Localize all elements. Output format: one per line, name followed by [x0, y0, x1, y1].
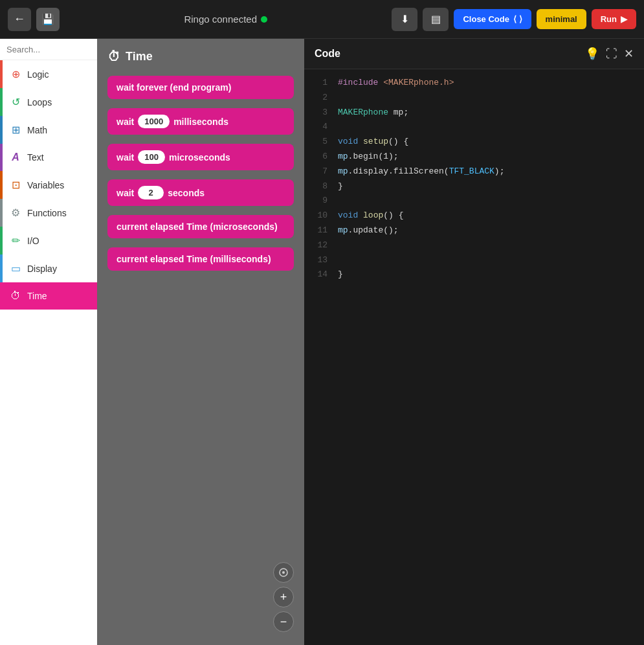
math-icon: ⊞: [9, 124, 22, 136]
variables-icon: ⊡: [9, 179, 22, 191]
code-line: 11 mp.update();: [304, 223, 644, 238]
topbar-center: Ringo connected: [66, 14, 385, 25]
close-code-button[interactable]: Close Code ⟨ ⟩: [454, 9, 531, 29]
sidebar-item-math[interactable]: ⊞ Math: [0, 116, 97, 144]
sidebar-item-time-label: Time: [27, 291, 47, 301]
back-button[interactable]: ←: [8, 8, 31, 31]
time-icon: ⏱: [9, 290, 22, 302]
code-line: 10void loop() {: [304, 209, 644, 223]
download-button[interactable]: ⬇: [392, 8, 417, 31]
line-number: 6: [315, 150, 328, 164]
line-number: 11: [315, 224, 328, 238]
sidebar: 🔍 ⊕ Logic ↺ Loops ⊞ Math A Text ⊡ Variab…: [0, 39, 97, 645]
sidebar-item-variables[interactable]: ⊡ Variables: [0, 171, 97, 199]
minimal-button[interactable]: minimal: [537, 9, 586, 29]
block-wait-s-suffix: seconds: [168, 188, 205, 198]
run-button[interactable]: Run ▶: [592, 9, 636, 29]
zoom-in-icon: +: [280, 591, 287, 604]
run-icon: ▶: [621, 14, 627, 24]
sidebar-item-time[interactable]: ⏱ Time: [0, 282, 97, 310]
block-wait-us[interactable]: wait 100 microseconds: [107, 144, 294, 170]
line-content: }: [338, 180, 343, 194]
zoom-controls: + −: [273, 562, 294, 632]
topbar-left: ← 💾: [8, 8, 60, 31]
panel-title-icon: ⏱: [107, 49, 120, 64]
zoom-out-icon: −: [280, 615, 287, 629]
code-line: 13: [304, 253, 644, 268]
zoom-in-button[interactable]: +: [273, 587, 294, 607]
zoom-out-button[interactable]: −: [273, 611, 294, 632]
bulb-button[interactable]: 💡: [585, 47, 599, 61]
io-icon: ✏: [9, 234, 22, 247]
close-code-icon: ⟨ ⟩: [513, 14, 522, 24]
code-header-actions: 💡 ⛶ ✕: [585, 47, 634, 61]
functions-icon: ⚙: [9, 207, 22, 219]
code-line: 1#include <MAKERphone.h>: [304, 76, 644, 91]
sidebar-item-functions[interactable]: ⚙ Functions: [0, 199, 97, 227]
line-number: 5: [315, 135, 328, 149]
block-wait-us-input[interactable]: 100: [138, 150, 165, 164]
code-line: 14}: [304, 267, 644, 282]
line-content: void setup() {: [338, 135, 408, 149]
text-icon: A: [9, 152, 22, 163]
main-area: 🔍 ⊕ Logic ↺ Loops ⊞ Math A Text ⊡ Variab…: [0, 39, 644, 645]
line-content: void loop() {: [338, 209, 403, 223]
block-wait-us-suffix: microseconds: [169, 152, 230, 163]
block-wait-forever[interactable]: wait forever (end program): [107, 76, 294, 99]
fullscreen-button[interactable]: ⛶: [606, 47, 617, 61]
sidebar-item-loops[interactable]: ↺ Loops: [0, 88, 97, 116]
block-elapsed-ms[interactable]: current elapsed Time (milliseconds): [107, 247, 294, 271]
block-elapsed-us[interactable]: current elapsed Time (microseconds): [107, 215, 294, 238]
logic-icon: ⊕: [9, 68, 22, 80]
block-wait-ms-input[interactable]: 1000: [138, 115, 170, 128]
line-content: }: [338, 268, 343, 282]
topbar-right: ⬇ ▤ Close Code ⟨ ⟩ minimal Run ▶: [392, 8, 636, 31]
line-number: 7: [315, 165, 328, 179]
save-button[interactable]: 💾: [36, 8, 60, 31]
svg-point-1: [282, 571, 285, 574]
sidebar-item-io[interactable]: ✏ I/O: [0, 227, 97, 255]
code-line: 4: [304, 120, 644, 135]
status-dot: [261, 16, 267, 23]
sidebar-item-display[interactable]: ▭ Display: [0, 255, 97, 282]
code-line: 12: [304, 238, 644, 253]
sidebar-item-text[interactable]: A Text: [0, 144, 97, 171]
block-wait-ms[interactable]: wait 1000 milliseconds: [107, 108, 294, 135]
block-wait-s-input[interactable]: 2: [138, 186, 164, 199]
display-icon: ▭: [9, 262, 22, 275]
sidebar-item-loops-label: Loops: [27, 97, 52, 107]
search-input[interactable]: [6, 45, 97, 54]
search-bar: 🔍: [0, 39, 97, 60]
sidebar-item-variables-label: Variables: [27, 180, 64, 190]
run-label: Run: [601, 14, 617, 24]
sidebar-item-math-label: Math: [27, 125, 47, 135]
code-line: 7 mp.display.fillScreen(TFT_BLACK);: [304, 164, 644, 179]
zoom-target-button[interactable]: [273, 562, 294, 583]
topbar: ← 💾 Ringo connected ⬇ ▤ Close Code ⟨ ⟩ m…: [0, 0, 644, 39]
code-panel: Code 💡 ⛶ ✕ 1#include <MAKERphone.h>23MAK…: [304, 39, 644, 645]
sidebar-item-logic[interactable]: ⊕ Logic: [0, 60, 97, 88]
block-elapsed-ms-label: current elapsed Time (milliseconds): [117, 254, 271, 264]
close-code-label: Close Code: [463, 14, 509, 24]
panel-title: ⏱ Time: [107, 49, 294, 64]
code-line: 6 mp.begin(1);: [304, 150, 644, 164]
line-number: 9: [315, 194, 328, 208]
blocks-panel: ⏱ Time wait forever (end program) wait 1…: [97, 39, 304, 645]
code-title: Code: [315, 48, 340, 60]
line-number: 14: [315, 268, 328, 282]
monitor-button[interactable]: ▤: [423, 8, 449, 31]
loops-icon: ↺: [9, 96, 22, 108]
block-wait-ms-suffix: milliseconds: [173, 117, 228, 127]
connection-status: Ringo connected: [184, 14, 267, 25]
code-close-button[interactable]: ✕: [624, 47, 634, 61]
line-number: 8: [315, 180, 328, 194]
line-number: 10: [315, 209, 328, 223]
block-wait-s[interactable]: wait 2 seconds: [107, 179, 294, 206]
block-wait-forever-label: wait forever (end program): [117, 82, 231, 93]
line-content: MAKERphone mp;: [338, 106, 408, 120]
sidebar-item-text-label: Text: [27, 152, 44, 163]
block-wait-us-prefix: wait: [117, 152, 134, 163]
code-line: 5void setup() {: [304, 135, 644, 150]
code-line: 3MAKERphone mp;: [304, 106, 644, 120]
block-elapsed-us-label: current elapsed Time (microseconds): [117, 221, 278, 232]
